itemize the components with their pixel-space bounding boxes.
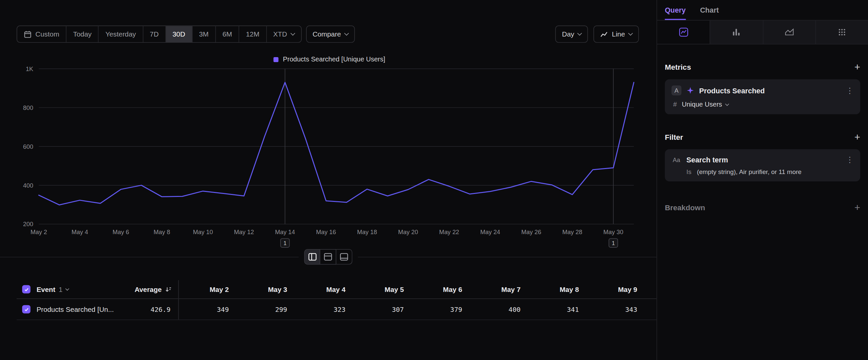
range-12m-button[interactable]: 12M (239, 26, 266, 42)
line-chart-canvas[interactable]: 1K800600400200May 2May 4May 6May 8May 10… (17, 55, 642, 251)
svg-text:400: 400 (23, 182, 33, 189)
analytics-app: CustomTodayYesterday7D30D3M6M12MXTD Comp… (0, 0, 868, 360)
filter-property-name: Search term (686, 156, 841, 164)
svg-text:May 28: May 28 (562, 228, 582, 236)
tab-query[interactable]: Query (665, 0, 686, 20)
row-checkbox[interactable] (22, 305, 31, 313)
table-view-button[interactable] (320, 249, 336, 265)
breakdown-section-header: Breakdown + (665, 202, 860, 213)
compare-button[interactable]: Compare (306, 26, 355, 43)
filter-card-row: Aa Search term ⋮ (672, 156, 854, 164)
range-custom-button[interactable]: Custom (17, 26, 66, 42)
measure-label: Unique Users (682, 100, 722, 108)
metrics-heading: Metrics (665, 63, 691, 72)
granularity-button[interactable]: Day (555, 26, 588, 43)
add-breakdown-button[interactable]: + (855, 202, 860, 213)
tab-query-label: Query (665, 6, 686, 14)
metric-measure-row: # Unique Users (672, 100, 854, 108)
filter-condition-row: Is (empty string), Air purifier, or 11 m… (672, 169, 854, 175)
measure-selector[interactable]: Unique Users (682, 100, 728, 108)
date-column-header[interactable]: May 2 (178, 280, 237, 298)
date-column-header[interactable]: May 4 (295, 280, 353, 298)
average-label: Average (134, 285, 162, 293)
chart-view-icon (340, 252, 348, 261)
value-cell: 323 (295, 299, 353, 320)
toolbar: CustomTodayYesterday7D30D3M6M12MXTD Comp… (17, 26, 639, 43)
legend-swatch (274, 57, 279, 62)
chart-view-button[interactable] (336, 249, 352, 265)
breakdown-heading: Breakdown (665, 203, 705, 212)
split-view-button[interactable] (304, 249, 320, 265)
visualization-tabs (657, 20, 868, 44)
icon-tab-more[interactable] (815, 21, 868, 44)
svg-text:May 16: May 16 (316, 228, 336, 236)
average-column-header[interactable]: Average (125, 280, 178, 298)
icon-tab-area-chart[interactable] (763, 21, 815, 44)
svg-text:May 22: May 22 (439, 228, 459, 236)
average-value: 426.9 (125, 299, 178, 320)
metric-card[interactable]: A Products Searched ⋮ # Unique Users (665, 79, 860, 114)
range-3m-button[interactable]: 3M (192, 26, 216, 42)
tab-chart[interactable]: Chart (700, 0, 719, 20)
date-column-header[interactable]: May 9 (587, 280, 645, 298)
filter-heading: Filter (665, 133, 683, 141)
icon-tab-line-chart[interactable] (657, 21, 710, 44)
svg-text:May 18: May 18 (357, 228, 377, 236)
svg-text:May 24: May 24 (480, 228, 500, 236)
calendar-icon (24, 30, 31, 38)
split-view-icon (308, 252, 317, 261)
table-row: Products Searched [Un... 426.9 349299323… (17, 299, 656, 320)
range-yesterday-button[interactable]: Yesterday (98, 26, 143, 42)
range-label: 12M (246, 30, 259, 38)
date-column-header[interactable]: May 3 (237, 280, 295, 298)
svg-text:1: 1 (283, 240, 286, 246)
filter-value[interactable]: (empty string), Air purifier, or 11 more (697, 169, 802, 175)
area-chart-icon (784, 27, 794, 37)
value-cell: 341 (528, 299, 587, 320)
series-name[interactable]: Products Searched [Un... (36, 299, 125, 320)
range-30d-button[interactable]: 30D (165, 26, 192, 42)
chart-type-button[interactable]: Line (593, 26, 639, 43)
filter-type-badge: Aa (672, 157, 681, 163)
tab-chart-label: Chart (700, 6, 719, 14)
date-column-header[interactable]: May 8 (528, 280, 587, 298)
date-column-header[interactable]: May 6 (411, 280, 470, 298)
svg-text:May 14: May 14 (275, 228, 295, 236)
chevron-down-icon (290, 31, 295, 35)
svg-text:200: 200 (23, 221, 33, 227)
range-7d-button[interactable]: 7D (143, 26, 165, 42)
check-icon (24, 286, 29, 292)
line-chart-icon (600, 30, 608, 38)
date-column-header[interactable]: May 5 (353, 280, 412, 298)
add-filter-button[interactable]: + (855, 132, 860, 142)
chart-legend[interactable]: Products Searched [Unique Users] (17, 55, 642, 63)
svg-text:May 8: May 8 (154, 228, 170, 236)
filter-menu-icon[interactable]: ⋮ (846, 156, 854, 164)
range-xtd-button[interactable]: XTD (266, 26, 301, 42)
line-chart-icon (678, 27, 688, 37)
chevron-down-icon (65, 286, 69, 290)
svg-text:May 4: May 4 (72, 228, 88, 236)
data-table: Event 1 Average May 2May 3May 4May 5May … (17, 280, 656, 320)
main-area: CustomTodayYesterday7D30D3M6M12MXTD Comp… (0, 0, 656, 360)
icon-tab-bar-chart[interactable] (710, 21, 763, 44)
legend-label: Products Searched [Unique Users] (283, 55, 385, 63)
metrics-section-header: Metrics + (665, 62, 860, 72)
filter-card[interactable]: Aa Search term ⋮ Is (empty string), Air … (665, 149, 860, 181)
sort-icon (165, 286, 172, 293)
add-metric-button[interactable]: + (855, 62, 860, 72)
chevron-down-icon (725, 102, 730, 106)
date-range-control: CustomTodayYesterday7D30D3M6M12MXTD (17, 26, 301, 43)
event-column-header[interactable]: Event 1 (36, 280, 125, 298)
chevron-down-icon (628, 31, 633, 35)
date-column-header[interactable]: May 7 (470, 280, 528, 298)
range-today-button[interactable]: Today (66, 26, 98, 42)
value-cell: 349 (178, 299, 237, 320)
metric-menu-icon[interactable]: ⋮ (846, 86, 854, 95)
range-6m-button[interactable]: 6M (215, 26, 239, 42)
select-all-checkbox[interactable] (22, 285, 31, 294)
header-checkbox-cell (17, 280, 36, 298)
panel-tabs: Query Chart (657, 0, 868, 20)
range-label: 30D (173, 30, 185, 38)
line-chart: 1K800600400200May 2May 4May 6May 8May 10… (17, 55, 642, 251)
